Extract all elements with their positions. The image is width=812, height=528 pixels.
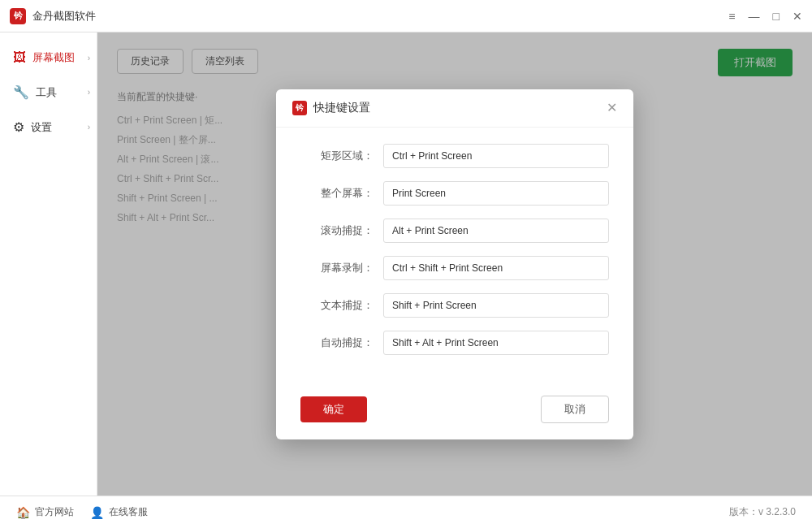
sidebar-item-tools[interactable]: 🔧 工具 › [0,75,97,110]
cancel-button[interactable]: 取消 [541,396,609,423]
sidebar-label-settings: 设置 [31,120,52,135]
app-title: 金丹截图软件 [32,9,96,24]
form-row-3: 屏幕录制： [300,256,609,280]
support-label: 在线客服 [109,505,148,519]
dialog-close-button[interactable]: ✕ [607,102,617,115]
minimize-icon[interactable]: — [749,10,760,23]
dialog-footer: 确定 取消 [276,384,633,439]
arrow-icon-settings: › [88,123,90,132]
footer-support[interactable]: 👤 在线客服 [90,505,148,519]
content-area: 历史记录 清空列表 打开截图 当前配置的快捷键· Ctrl + Print Sc… [97,32,812,496]
form-input-4[interactable] [383,293,609,318]
menu-icon[interactable]: ≡ [728,10,735,23]
footer: 🏠 官方网站 👤 在线客服 版本：v 3.2.3.0 [0,496,812,528]
sidebar-item-settings[interactable]: ⚙ 设置 › [0,110,97,145]
settings-icon: ⚙ [13,119,24,135]
modal-overlay: 钤 快捷键设置 ✕ 矩形区域： 整个屏幕： 滚动捕捉： [97,32,812,496]
form-label-1: 整个屏幕： [300,186,374,201]
sidebar-label-screenshot: 屏幕截图 [32,50,75,65]
form-input-3[interactable] [383,256,609,280]
arrow-icon-tools: › [88,88,90,97]
form-label-3: 屏幕录制： [300,261,374,275]
footer-left: 🏠 官方网站 👤 在线客服 [16,505,148,519]
screenshot-icon: 🖼 [13,50,26,65]
dialog-app-icon: 钤 [292,101,307,115]
sidebar-item-screenshot[interactable]: 🖼 屏幕截图 › [0,41,97,75]
tools-icon: 🔧 [13,84,29,100]
form-input-0[interactable] [383,144,609,168]
website-icon: 🏠 [16,506,30,519]
form-input-2[interactable] [383,219,609,243]
dialog-title: 快捷键设置 [313,101,370,115]
main-layout: 🖼 屏幕截图 › 🔧 工具 › ⚙ 设置 › 历史记录 清空列表 打开截图 当前… [0,32,812,496]
form-row-2: 滚动捕捉： [300,219,609,243]
form-row-1: 整个屏幕： [300,181,609,206]
website-label: 官方网站 [35,505,74,519]
maximize-icon[interactable]: □ [773,10,780,23]
form-label-2: 滚动捕捉： [300,223,374,238]
confirm-button[interactable]: 确定 [300,396,367,422]
form-input-1[interactable] [383,181,609,206]
sidebar-label-tools: 工具 [36,85,57,100]
close-icon[interactable]: ✕ [793,10,802,23]
title-bar: 钤 金丹截图软件 ≡ — □ ✕ [0,0,812,32]
dialog-header-left: 钤 快捷键设置 [292,101,370,115]
sidebar: 🖼 屏幕截图 › 🔧 工具 › ⚙ 设置 › [0,32,97,496]
form-label-0: 矩形区域： [300,149,374,163]
title-bar-left: 钤 金丹截图软件 [10,8,96,24]
app-icon: 钤 [10,8,26,24]
form-row-4: 文本捕捉： [300,293,609,318]
dialog-body: 矩形区域： 整个屏幕： 滚动捕捉： 屏幕录制： [276,128,633,384]
version-text: 版本：v 3.2.3.0 [729,505,796,519]
form-row-0: 矩形区域： [300,144,609,168]
dialog: 钤 快捷键设置 ✕ 矩形区域： 整个屏幕： 滚动捕捉： [276,89,633,439]
arrow-icon-screenshot: › [88,54,90,63]
title-bar-controls: ≡ — □ ✕ [728,10,802,23]
footer-website[interactable]: 🏠 官方网站 [16,505,74,519]
form-label-5: 自动捕捉： [300,335,374,350]
dialog-header: 钤 快捷键设置 ✕ [276,89,633,128]
form-label-4: 文本捕捉： [300,298,374,313]
form-input-5[interactable] [383,331,609,355]
support-icon: 👤 [90,506,104,519]
form-row-5: 自动捕捉： [300,331,609,355]
